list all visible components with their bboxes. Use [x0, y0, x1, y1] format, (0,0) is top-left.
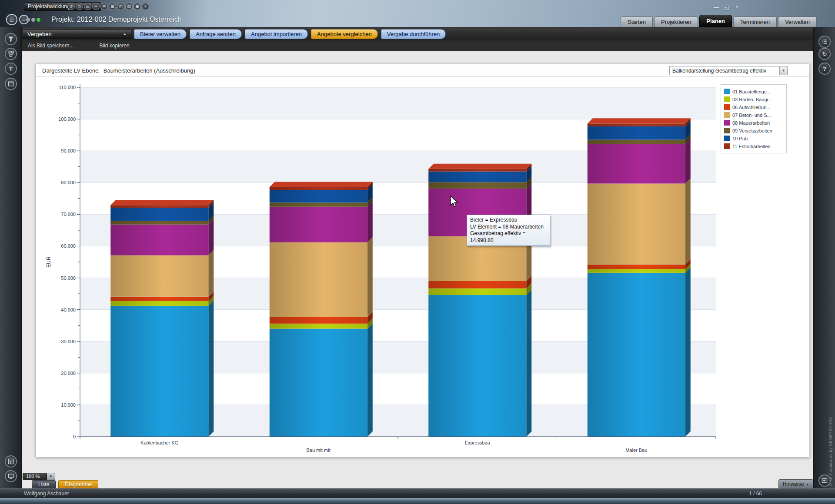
- context-menu-bar: Als Bild speichern...Bild kopieren: [0, 40, 835, 51]
- open-icon[interactable]: ▭: [84, 3, 91, 10]
- legend-label: 03 Roden, Baugr...: [732, 97, 772, 102]
- legend-label: 07 Beton- und S...: [732, 113, 771, 118]
- tooltip-lv-element: LV Element = 08 Mauerarbeiten: [470, 224, 547, 231]
- view-tab-diagramme[interactable]: Diagramme: [58, 480, 98, 488]
- new-document-icon[interactable]: □: [76, 3, 83, 10]
- hinweise-tab[interactable]: Hinweise ▲: [778, 479, 813, 488]
- legend-item: 07 Beton- und S...: [724, 112, 783, 118]
- window-icon: [7, 80, 14, 87]
- legend-item: 11 Estricharbeiten: [724, 143, 783, 149]
- app-selector-label: Projektabwicklung: [28, 3, 70, 10]
- window-controls: — ◱ ×: [713, 4, 740, 10]
- chevron-up-icon: ▲: [806, 483, 809, 486]
- window-bottom-edge: [0, 498, 835, 504]
- preview-icon[interactable]: ▣: [134, 3, 141, 10]
- chevron-down-icon: ▼: [49, 474, 53, 478]
- refresh-icon: ↻: [822, 51, 827, 57]
- menu-item-2[interactable]: Bild kopieren: [99, 43, 129, 49]
- tab-verwalten[interactable]: Verwalten: [778, 17, 817, 27]
- quick-toolbar: ↺□▭✂⧉▦◫▤▣×: [67, 3, 149, 10]
- lv-level-label: Dargestellte LV Ebene:: [42, 67, 100, 74]
- anfrage-senden-button[interactable]: Anfrage senden: [190, 29, 242, 39]
- tab-terminieren[interactable]: Terminieren: [733, 17, 777, 27]
- stacked-bar-chart[interactable]: Kahlenbacher KGBau mit mirExpressbauMaie…: [36, 77, 810, 458]
- help-button[interactable]: ?: [818, 63, 831, 75]
- page-indicator: 1 / 66: [749, 491, 762, 497]
- bieter-verwalten-button[interactable]: Bieter verwalten: [134, 29, 187, 39]
- svg-text:0: 0: [73, 434, 76, 439]
- home-button[interactable]: ⌂: [6, 14, 17, 25]
- status-dot-gray-2: [31, 18, 35, 22]
- funnel-icon: [7, 36, 14, 43]
- tooltip-bieter: Bieter = Expressbau: [470, 217, 547, 224]
- diagram-button[interactable]: [5, 48, 17, 60]
- mouse-cursor: [450, 196, 459, 208]
- svg-text:50.000: 50.000: [61, 275, 76, 281]
- legend-label: 10 Putz: [732, 136, 748, 141]
- legend-swatch: [724, 128, 730, 133]
- svg-text:60.000: 60.000: [61, 243, 76, 249]
- list-menu-button[interactable]: [818, 36, 831, 48]
- legend-item: 03 Roden, Baugr...: [724, 96, 783, 102]
- minimize-icon[interactable]: —: [713, 4, 719, 10]
- main-content: Dargestellte LV Ebene: Baumeisterarbeite…: [22, 51, 813, 488]
- save-icon[interactable]: ◫: [117, 3, 124, 10]
- chart-mode-value: Balkendarstellung Gesamtbetrag effektiv: [670, 68, 779, 74]
- main-nav-tabs: StartenProjektierenPlanenTerminierenVerw…: [621, 16, 817, 27]
- chevron-up-icon: ▲: [123, 32, 127, 36]
- copy-icon[interactable]: ⧉: [100, 3, 108, 10]
- diagram-icon: [7, 50, 14, 57]
- refresh-button[interactable]: ↻: [818, 48, 831, 60]
- window-tool-button[interactable]: [5, 78, 17, 90]
- legend-item: 06 Aufschließun...: [724, 104, 783, 110]
- view-tabs: ListeDiagramme: [32, 480, 98, 488]
- tab-planen[interactable]: Planen: [699, 15, 732, 27]
- monitor-button[interactable]: [5, 470, 17, 482]
- svg-text:30.000: 30.000: [61, 339, 76, 344]
- svg-text:100.000: 100.000: [58, 116, 76, 122]
- paste-icon[interactable]: ▦: [109, 3, 116, 10]
- status-bar: Wolfgang Aschauer 1 / 66: [0, 488, 835, 498]
- undo-icon[interactable]: ↺: [67, 3, 75, 10]
- legend-item: 08 Mauerarbeiten: [724, 120, 783, 126]
- close-icon[interactable]: ×: [734, 4, 740, 10]
- legend-label: 01 Baustellenge...: [732, 89, 771, 94]
- chart-mode-select[interactable]: Balkendarstellung Gesamtbetrag effektiv …: [669, 66, 788, 75]
- text-icon: T: [9, 66, 13, 72]
- left-rail: T: [0, 27, 22, 488]
- zoom-dropdown-button[interactable]: ▼: [47, 473, 55, 480]
- legend-swatch: [724, 112, 730, 118]
- tab-projektieren[interactable]: Projektieren: [654, 17, 698, 27]
- angebot-importieren-button[interactable]: Angebot importieren: [245, 29, 308, 39]
- close-icon[interactable]: ×: [142, 3, 149, 10]
- svg-text:20.000: 20.000: [61, 371, 76, 376]
- ribbon-buttons: Bieter verwaltenAnfrage sendenAngebot im…: [134, 29, 446, 39]
- zoom-level-value[interactable]: 100 %: [23, 473, 47, 480]
- layout-button[interactable]: [5, 455, 17, 468]
- workflow-group-dropdown[interactable]: Vergeben ▲: [23, 29, 131, 39]
- legend-label: 06 Aufschließun...: [732, 105, 770, 110]
- help-icon: ?: [823, 66, 826, 72]
- chart-legend: 01 Baustellenge...03 Roden, Baugr...06 A…: [721, 84, 787, 153]
- svg-text:10.000: 10.000: [61, 402, 76, 408]
- status-dot-gray-1: [26, 18, 30, 22]
- filter-button[interactable]: [5, 33, 17, 45]
- cut-icon[interactable]: ✂: [92, 3, 100, 10]
- print-icon[interactable]: ▤: [125, 3, 133, 10]
- hinweise-label: Hinweise: [783, 481, 804, 487]
- chevron-down-icon[interactable]: ▼: [779, 66, 787, 75]
- legend-label: 11 Estricharbeiten: [732, 144, 771, 149]
- chart-panel: Dargestellte LV Ebene: Baumeisterarbeite…: [36, 64, 810, 458]
- legend-item: 09 Versetzarbeiten: [724, 128, 783, 133]
- angebote-vergleichen-button[interactable]: Angebote vergleichen: [311, 29, 378, 39]
- view-tab-liste[interactable]: Liste: [32, 480, 56, 488]
- text-tool-button[interactable]: T: [5, 63, 17, 75]
- legend-label: 09 Versetzarbeiten: [732, 128, 772, 133]
- tab-starten[interactable]: Starten: [621, 17, 653, 27]
- svg-text:110.000: 110.000: [59, 85, 76, 90]
- legend-swatch: [724, 120, 730, 126]
- page-title: Projekt: 2012-002 Demoprojekt Österreich: [51, 16, 182, 23]
- vergabe-durchf-hren-button[interactable]: Vergabe durchführen: [381, 29, 446, 39]
- restore-icon[interactable]: ◱: [724, 4, 730, 10]
- menu-item-1[interactable]: Als Bild speichern...: [28, 43, 73, 49]
